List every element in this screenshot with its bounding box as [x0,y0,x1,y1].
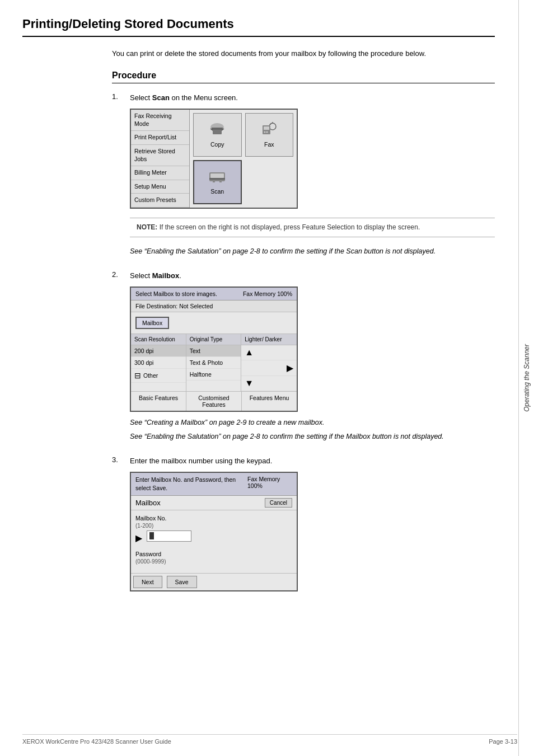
screen2-col2: Original Type Text Text & Photo Halftone [186,334,242,391]
screen3-header-right: Fax Memory 100% [247,476,292,489]
screen2-col3: Lighter/ Darker ▲ ▶ ▼ [241,334,297,391]
features-menu-btn[interactable]: Features Menu [242,392,297,411]
scroll-icon: ⊟ [134,371,141,380]
menu-item-print-report[interactable]: Print Report/List [131,131,189,145]
step-1-bold: Scan [152,93,170,102]
screen3: Enter Mailbox No. and Password, then sel… [130,472,298,591]
screen2-text-photo[interactable]: Text & Photo [186,357,241,369]
screen2-col1-header: Scan Resolution [131,334,186,345]
screen2-sub: File Destination: Not Selected [131,300,297,312]
intro-text: You can print or delete the stored docum… [112,48,495,59]
svg-rect-2 [213,130,222,134]
note-text: If the screen on the right is not displa… [160,223,420,231]
basic-features-btn[interactable]: Basic Features [131,392,186,411]
screen2-lighter: ▲ [241,345,297,360]
step-1: 1. Select Scan on the Menu screen. Fax R… [112,92,495,260]
menu-item-custom[interactable]: Custom Presets [131,194,189,208]
screen3-footer: Next Save [131,573,297,590]
screen2-footer: Basic Features CustomisedFeatures Featur… [131,391,297,411]
page-footer: XEROX WorkCentre Pro 423/428 Scanner Use… [22,734,517,745]
step-2-number: 2. [112,270,125,445]
screen3-header: Enter Mailbox No. and Password, then sel… [131,473,297,495]
svg-rect-1 [212,128,223,130]
screen2-darker: ▼ [241,376,297,391]
screen2-col2-header: Original Type [186,334,241,345]
screen1-buttons: Copy [190,110,297,208]
step-2: 2. Select Mailbox. Select Mailbox to sto… [112,270,495,445]
mailbox-no-range: (1-200) [135,523,292,529]
next-button[interactable]: Next [133,576,162,588]
screen2-header: Select Mailbox to store images. Fax Memo… [131,288,297,300]
svg-rect-12 [213,180,215,182]
menu-item-billing[interactable]: Billing Meter [131,166,189,180]
screen3-mailbox-label: Mailbox [135,499,161,507]
text-cursor [149,532,154,539]
screen1-menu: Fax Receiving Mode Print Report/List Ret… [131,110,190,208]
svg-point-7 [264,131,265,133]
footer-right: Page 3-13 [489,738,517,745]
screen2-mailbox-area: Mailbox [131,312,297,334]
step-2-content: Select Mailbox. Select Mailbox to store … [130,270,495,445]
mailbox-no-input[interactable] [147,530,191,542]
scan-button[interactable]: Scan [193,160,242,205]
menu-item-fax-receiving[interactable]: Fax Receiving Mode [131,110,189,131]
main-content: Printing/Deleting Stored Documents You c… [0,0,517,624]
step-2-bold: Mailbox [152,271,179,280]
screen2: Select Mailbox to store images. Fax Memo… [130,287,298,412]
scan-label: Scan [210,188,224,195]
mailbox-no-label: Mailbox No. [135,515,292,522]
screen2-halftone[interactable]: Halftone [186,369,241,381]
arrow-right-cursor-icon: ▶ [135,533,142,543]
fax-label: Fax [264,141,274,148]
screen2-header-right: Fax Memory 100% [243,290,292,297]
screen3-body: Mailbox No. (1-200) ▶ Password (0000-999… [131,510,297,571]
step-1-number: 1. [112,92,125,260]
step-2-text: Select Mailbox. [130,270,495,281]
italic-note-1: See “Enabling the Salutation” on page 2-… [130,246,495,257]
cancel-button[interactable]: Cancel [265,498,292,508]
copy-button[interactable]: Copy [193,113,242,157]
screen1: Fax Receiving Mode Print Report/List Ret… [130,109,298,209]
side-tab-label: Operating the Scanner [523,344,531,412]
body-section: You can print or delete the stored docum… [112,48,495,591]
step-3: 3. Enter the mailbox number using the ke… [112,456,495,591]
fax-button[interactable]: Fax [245,113,294,157]
svg-rect-10 [210,173,224,178]
step-3-text: Enter the mailbox number using the keypa… [130,456,495,467]
arrow-down-icon[interactable]: ▼ [245,378,254,388]
screen2-300dpi[interactable]: 300 dpi [131,357,186,369]
step-1-text: Select Scan on the Menu screen. [130,92,495,104]
screen2-text[interactable]: Text [186,345,241,357]
svg-rect-13 [219,180,222,182]
svg-rect-11 [209,178,225,180]
footer-left: XEROX WorkCentre Pro 423/428 Scanner Use… [22,738,171,745]
mailbox-button[interactable]: Mailbox [135,317,169,329]
italic-note-3: See “Enabling the Salutation” on page 2-… [130,431,495,442]
screen2-arrow-right-row: ▶ [241,360,297,376]
svg-rect-6 [264,126,269,130]
save-button[interactable]: Save [167,576,197,588]
screen2-other[interactable]: ⊟Other [131,369,186,383]
scan-icon [207,169,227,187]
password-label: Password [135,551,292,557]
step-3-number: 3. [112,456,125,591]
screen3-mailbox-row: Mailbox Cancel [131,496,297,510]
customised-features-btn[interactable]: CustomisedFeatures [186,392,242,411]
screen2-col3-header: Lighter/ Darker [241,334,297,345]
page-title: Printing/Deleting Stored Documents [22,17,495,37]
screen2-grid: Scan Resolution 200 dpi 300 dpi ⊟Other O… [131,334,297,391]
screen3-header-left: Enter Mailbox No. and Password, then sel… [135,476,247,492]
menu-item-setup[interactable]: Setup Menu [131,180,189,194]
copy-label: Copy [210,141,224,148]
step-3-content: Enter the mailbox number using the keypa… [130,456,495,591]
step-1-content: Select Scan on the Menu screen. Fax Rece… [130,92,495,260]
copy-icon [207,122,227,140]
menu-item-retrieve[interactable]: Retrieve Stored Jobs [131,145,189,166]
screen2-200dpi[interactable]: 200 dpi [131,345,186,357]
italic-note-2: See “Creating a Mailbox” on page 2-9 to … [130,417,495,428]
note-label: NOTE: [137,223,157,231]
svg-point-8 [266,131,268,133]
screen1-inner: Fax Receiving Mode Print Report/List Ret… [131,110,297,208]
side-tab: Operating the Scanner [518,0,534,756]
arrow-up-icon[interactable]: ▲ [245,348,254,358]
